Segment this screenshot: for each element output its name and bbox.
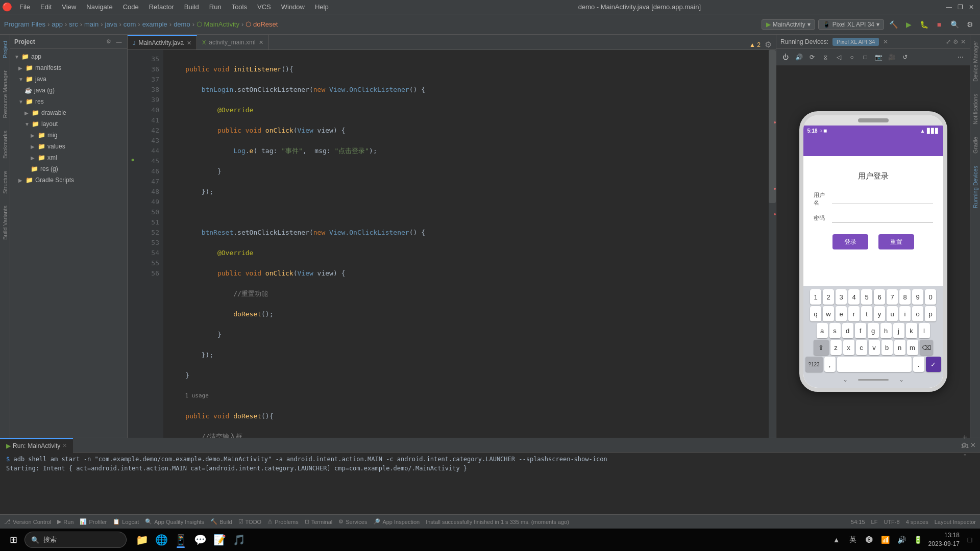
- breadcrumb-demo[interactable]: demo: [174, 20, 190, 28]
- tree-item-mig[interactable]: ▶ 📁 mig: [10, 130, 127, 141]
- key-l[interactable]: l: [919, 323, 930, 338]
- tab-running-devices[interactable]: Running Devices: [971, 160, 980, 214]
- more-options-icon[interactable]: ⋯: [955, 52, 966, 62]
- tree-item-java-main[interactable]: ☕ java (g): [10, 85, 127, 96]
- panel-settings-icon[interactable]: ⚙: [105, 38, 113, 46]
- power-icon[interactable]: ⏻: [780, 52, 791, 62]
- run-config-selector[interactable]: ▶ MainActivity ▾: [762, 19, 815, 30]
- menu-refactor[interactable]: Refactor: [144, 1, 179, 13]
- cursor-position[interactable]: 54:15: [851, 519, 865, 525]
- tab-build-variants[interactable]: Build Variants: [1, 199, 10, 246]
- tree-item-layout[interactable]: ▼ 📁 layout: [10, 118, 127, 130]
- search-everywhere-button[interactable]: 🔍: [948, 18, 961, 31]
- tab-gradle[interactable]: Gradle: [971, 131, 980, 160]
- key-t[interactable]: t: [861, 306, 872, 321]
- debug-button[interactable]: 🐛: [918, 18, 930, 31]
- notification-area[interactable]: □: [964, 534, 976, 546]
- home-icon[interactable]: ○: [847, 52, 857, 62]
- breadcrumb-main[interactable]: main: [84, 20, 99, 28]
- maximize-button[interactable]: ❐: [957, 4, 964, 11]
- key-v[interactable]: v: [869, 340, 880, 355]
- key-r[interactable]: r: [848, 306, 860, 321]
- scrollbar-thumb[interactable]: [769, 50, 776, 203]
- status-app-inspection[interactable]: 🔎 App Inspection: [373, 518, 420, 525]
- menu-file[interactable]: File: [14, 1, 35, 13]
- key-4[interactable]: 4: [848, 289, 860, 305]
- tab-close-xml[interactable]: ✕: [259, 39, 263, 46]
- tab-bookmarks[interactable]: Bookmarks: [1, 124, 10, 165]
- recents-icon[interactable]: □: [860, 52, 870, 62]
- login-button[interactable]: 登录: [832, 234, 868, 249]
- tree-item-java[interactable]: ▼ 📁 java: [10, 73, 127, 85]
- tab-resource-manager[interactable]: Resource Manager: [1, 64, 10, 124]
- key-period[interactable]: .: [913, 357, 924, 372]
- zoom-out-icon[interactable]: -: [964, 450, 966, 459]
- taskbar-clock[interactable]: 13:18 2023-09-17: [928, 531, 960, 548]
- device-name-badge[interactable]: Pixel XL API 34: [832, 38, 879, 46]
- tray-icons-button[interactable]: ▲: [830, 534, 843, 546]
- status-profiler[interactable]: 📊 Profiler: [80, 518, 107, 525]
- key-h[interactable]: h: [880, 323, 892, 338]
- close-button[interactable]: ✕: [968, 4, 975, 11]
- key-backspace[interactable]: ⌫: [920, 340, 933, 355]
- key-s[interactable]: s: [829, 323, 841, 338]
- key-y[interactable]: y: [874, 306, 885, 321]
- key-g[interactable]: g: [868, 323, 879, 338]
- key-k[interactable]: k: [906, 323, 917, 338]
- menu-vcs[interactable]: VCS: [252, 1, 276, 13]
- code-content[interactable]: public void initListener(){ btnLogin.set…: [163, 50, 769, 438]
- indent-style[interactable]: 4 spaces: [906, 519, 928, 525]
- keyboard-icon[interactable]: 英: [847, 534, 859, 546]
- key-q[interactable]: q: [810, 306, 821, 321]
- key-7[interactable]: 7: [887, 289, 898, 305]
- key-8[interactable]: 8: [899, 289, 911, 305]
- editor-scrollbar[interactable]: [769, 50, 776, 438]
- tab-activity-main-xml[interactable]: X activity_main.xml ✕: [197, 35, 269, 49]
- tree-item-drawable[interactable]: ▶ 📁 drawable: [10, 107, 127, 118]
- breadcrumb-app[interactable]: app: [52, 20, 63, 28]
- close-panel-icon[interactable]: ✕: [961, 38, 966, 45]
- breadcrumb-src[interactable]: src: [69, 20, 78, 28]
- menu-help[interactable]: Help: [310, 1, 334, 13]
- key-b[interactable]: b: [881, 340, 893, 355]
- taskbar-app-notepad[interactable]: 📝: [210, 531, 229, 549]
- taskbar-app-chrome[interactable]: 🌐: [152, 531, 170, 549]
- expand-panel-icon[interactable]: ⤢: [946, 38, 951, 45]
- key-u[interactable]: u: [887, 306, 898, 321]
- key-d[interactable]: d: [842, 323, 853, 338]
- key-space[interactable]: [837, 357, 912, 372]
- breadcrumb-program-files[interactable]: Program Files: [4, 20, 45, 28]
- menu-view[interactable]: View: [57, 1, 81, 13]
- status-run[interactable]: ▶ Run: [57, 518, 74, 525]
- key-f[interactable]: f: [855, 323, 866, 338]
- windows-start-button[interactable]: ⊞: [4, 531, 22, 549]
- key-enter[interactable]: ✓: [926, 357, 941, 372]
- stop-button[interactable]: ■: [933, 18, 945, 31]
- volume-icon[interactable]: 🔊: [794, 52, 804, 62]
- tab-run[interactable]: ▶ Run: MainActivity ✕: [0, 438, 73, 453]
- taskbar-app-files[interactable]: 📁: [133, 531, 151, 549]
- status-logcat[interactable]: 📋 Logcat: [113, 518, 139, 525]
- minimize-button[interactable]: —: [945, 4, 952, 11]
- tree-item-app[interactable]: ▼ 📁 app: [10, 51, 127, 62]
- status-services[interactable]: ⚙ Services: [338, 518, 367, 525]
- tab-device-manager[interactable]: Device Manager: [971, 35, 980, 88]
- back-icon[interactable]: ◁: [834, 52, 844, 62]
- settings-button[interactable]: ⚙: [964, 18, 976, 31]
- tree-item-res[interactable]: ▼ 📁 res: [10, 96, 127, 107]
- key-6[interactable]: 6: [874, 289, 885, 305]
- key-1[interactable]: 1: [810, 289, 821, 305]
- key-p[interactable]: p: [925, 306, 936, 321]
- network-icon[interactable]: 📶: [879, 534, 892, 546]
- volume-sys-icon[interactable]: 🔊: [896, 534, 908, 546]
- breadcrumb-java[interactable]: java: [105, 20, 117, 28]
- status-build[interactable]: 🔨 Build: [210, 518, 232, 525]
- key-j[interactable]: j: [893, 323, 904, 338]
- menu-build[interactable]: Build: [179, 1, 204, 13]
- key-shift[interactable]: ⇧: [814, 340, 829, 355]
- status-todo[interactable]: ☑ TODO: [238, 518, 262, 525]
- key-special[interactable]: ?123: [805, 357, 823, 372]
- key-x[interactable]: x: [843, 340, 854, 355]
- zoom-in-icon[interactable]: +: [963, 433, 967, 442]
- tab-close-java[interactable]: ✕: [187, 40, 191, 46]
